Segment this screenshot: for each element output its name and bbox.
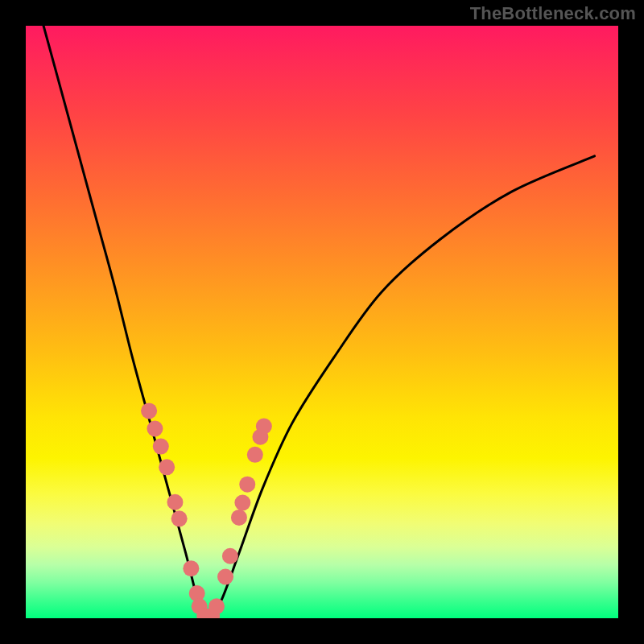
marker-dot: [153, 439, 169, 455]
marker-dot: [231, 510, 247, 526]
marker-dot: [222, 548, 238, 564]
plot-area: [26, 26, 618, 618]
watermark-text: TheBottleneck.com: [470, 3, 636, 24]
marker-dot: [217, 568, 233, 584]
chart-svg: [26, 26, 618, 618]
marker-dot: [159, 459, 175, 475]
bottleneck-curve: [43, 26, 594, 618]
marker-dot: [183, 560, 199, 576]
marker-dot: [234, 494, 250, 510]
highlight-dots: [141, 402, 272, 618]
marker-dot: [147, 420, 163, 436]
marker-dot: [171, 510, 188, 526]
marker-dot: [141, 402, 157, 419]
marker-dot: [256, 419, 272, 435]
chart-frame: TheBottleneck.com: [0, 0, 644, 644]
marker-dot: [167, 494, 183, 510]
marker-dot: [247, 447, 263, 463]
curve-path: [43, 26, 594, 618]
marker-dot: [239, 477, 255, 493]
marker-dot: [208, 598, 225, 614]
